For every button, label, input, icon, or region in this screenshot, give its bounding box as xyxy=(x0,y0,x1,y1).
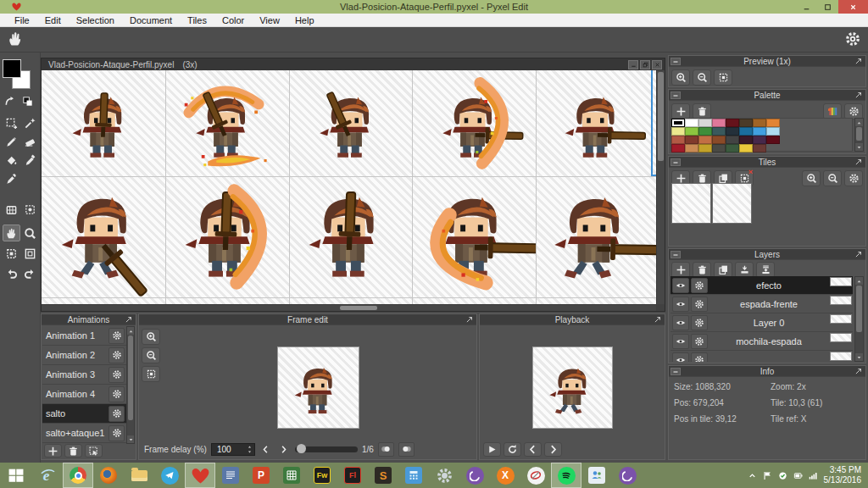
layers-scrollbar[interactable] xyxy=(854,276,864,362)
pin-icon[interactable] xyxy=(854,57,864,66)
canvas-tile-sprite[interactable] xyxy=(412,70,536,176)
animation-settings-gear[interactable] xyxy=(108,425,125,441)
layer-visibility-toggle[interactable] xyxy=(672,352,689,363)
scroll-up-arrow[interactable] xyxy=(855,119,863,126)
bittorrent[interactable] xyxy=(459,463,490,488)
collapse-button[interactable] xyxy=(670,251,681,258)
menu-item[interactable]: File xyxy=(7,15,37,25)
layer-row[interactable]: efecto xyxy=(670,276,853,295)
internet-explorer[interactable]: e xyxy=(32,463,63,488)
palette-color-swatch[interactable] xyxy=(739,127,753,136)
scroll-up-arrow[interactable] xyxy=(127,327,134,335)
palette-color-swatch[interactable] xyxy=(698,144,712,152)
canvas-tile-sprite[interactable] xyxy=(536,70,657,176)
palette-color-swatch[interactable] xyxy=(726,144,739,152)
preview-zoom-out-button[interactable] xyxy=(693,69,711,86)
canvas-tile-sprite[interactable] xyxy=(165,176,289,297)
canvas-tile-sprite[interactable] xyxy=(42,176,165,297)
palette-color-swatch[interactable] xyxy=(726,127,739,136)
sublime-text[interactable]: S xyxy=(368,463,398,488)
menu-item[interactable]: Help xyxy=(287,15,322,25)
animation-settings-gear[interactable] xyxy=(108,406,125,422)
calculator[interactable] xyxy=(398,463,429,488)
xampp[interactable]: X xyxy=(490,463,520,488)
palette-color-swatch[interactable] xyxy=(739,144,753,152)
palette-color-swatch[interactable] xyxy=(753,144,766,152)
palette-color-swatch[interactable] xyxy=(726,119,739,127)
canvas-tile-sprite[interactable] xyxy=(165,70,289,176)
layer-settings-gear[interactable] xyxy=(691,334,708,349)
menu-item[interactable]: Tiles xyxy=(180,15,214,25)
animation-delete-button[interactable] xyxy=(64,444,82,458)
animation-add-button[interactable] xyxy=(44,444,62,458)
animation-row[interactable]: Animation 4 xyxy=(42,385,126,404)
animation-settings-gear[interactable] xyxy=(108,347,125,363)
layer-visibility-toggle[interactable] xyxy=(672,297,689,312)
canvas-vertical-scrollbar[interactable] xyxy=(656,70,665,304)
layer-visibility-toggle[interactable] xyxy=(672,334,689,349)
snipping-tool[interactable] xyxy=(520,463,551,488)
pin-icon[interactable] xyxy=(854,158,864,167)
palette-color-swatch[interactable] xyxy=(685,136,698,144)
collapse-button[interactable] xyxy=(670,58,681,65)
next-frame-button[interactable] xyxy=(277,442,291,456)
palette-color-swatch[interactable] xyxy=(712,127,726,136)
layer-row[interactable] xyxy=(670,351,853,362)
palette-color-swatch[interactable] xyxy=(739,119,753,127)
animation-settings-gear[interactable] xyxy=(108,367,125,383)
animation-row[interactable]: Animation 3 xyxy=(42,365,126,385)
menu-item[interactable]: Color xyxy=(214,15,252,25)
tile-draw-tool[interactable] xyxy=(3,201,20,218)
animation-row[interactable]: Animation 2 xyxy=(42,346,126,365)
menu-item[interactable]: Edit xyxy=(37,15,69,25)
start-button[interactable] xyxy=(0,463,32,488)
stepper-arrows[interactable] xyxy=(247,445,253,454)
layer-visibility-toggle[interactable] xyxy=(672,278,689,293)
previous-frame-button[interactable] xyxy=(259,442,273,456)
tile-slot[interactable] xyxy=(712,183,752,224)
fill-bucket-tool[interactable] xyxy=(3,152,20,169)
palette-color-swatch[interactable] xyxy=(753,127,766,136)
palette-color-swatch[interactable] xyxy=(671,119,685,127)
pyxel-edit[interactable] xyxy=(185,463,215,488)
palette-color-swatch[interactable] xyxy=(685,127,698,136)
layer-settings-gear[interactable] xyxy=(691,352,708,363)
swap-colors-button[interactable] xyxy=(2,92,17,109)
frame-outline-tool[interactable] xyxy=(21,245,39,262)
palette-color-swatch[interactable] xyxy=(712,144,726,152)
animation-row[interactable]: Animation 1 xyxy=(42,326,126,346)
canvas-tile-sprite[interactable] xyxy=(412,176,536,297)
default-colors-button[interactable] xyxy=(19,92,35,109)
tiles-zoom-out-button[interactable] xyxy=(823,170,842,186)
tray-chevron-up-icon[interactable] xyxy=(748,471,757,480)
collapse-button[interactable] xyxy=(670,158,681,166)
document-restore-button[interactable] xyxy=(640,60,650,69)
scrollbar-thumb[interactable] xyxy=(856,286,862,332)
undo-button[interactable] xyxy=(3,265,20,282)
flash[interactable]: Fl xyxy=(337,463,368,488)
pan-tool[interactable] xyxy=(3,225,20,241)
pixel-canvas[interactable] xyxy=(42,70,656,304)
animation-settings-gear[interactable] xyxy=(108,386,125,402)
scrollbar-thumb[interactable] xyxy=(128,336,133,420)
telegram[interactable] xyxy=(154,463,185,488)
chrome[interactable] xyxy=(63,463,93,488)
frame-slider[interactable] xyxy=(295,446,358,452)
document-minimize-button[interactable] xyxy=(628,60,638,69)
rect-select-tool[interactable] xyxy=(3,114,20,131)
canvas-tile-sprite[interactable] xyxy=(536,176,657,297)
palette-color-swatch[interactable] xyxy=(671,136,685,144)
canvas-horizontal-scrollbar[interactable] xyxy=(42,304,656,311)
tray-flag-icon[interactable] xyxy=(763,471,772,480)
pin-icon[interactable] xyxy=(854,91,864,100)
frame-zoom-out-button[interactable] xyxy=(142,347,160,363)
palette-color-swatch[interactable] xyxy=(712,136,726,144)
firefox[interactable] xyxy=(93,463,124,488)
layer-visibility-toggle[interactable] xyxy=(672,315,689,330)
scroll-down-arrow[interactable] xyxy=(855,353,863,361)
palette-color-swatch[interactable] xyxy=(712,119,726,127)
fireworks[interactable]: Fw xyxy=(307,463,337,488)
layer-settings-gear[interactable] xyxy=(691,278,708,293)
scroll-up-arrow[interactable] xyxy=(855,277,863,285)
bittorrent-2[interactable] xyxy=(612,463,643,488)
